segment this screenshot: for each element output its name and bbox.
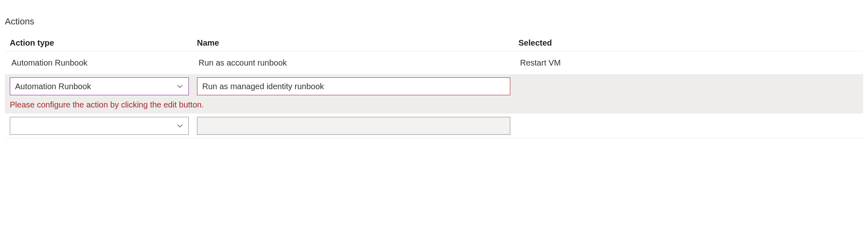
table-row: Automation Runbook	[5, 74, 863, 99]
chevron-down-icon	[176, 122, 184, 129]
row-selected: Restart VM	[518, 58, 858, 68]
action-type-dropdown[interactable]	[10, 117, 189, 135]
dropdown-value: Automation Runbook	[15, 82, 91, 91]
row-action-type: Automation Runbook	[10, 58, 197, 68]
section-title: Actions	[5, 16, 863, 27]
table-row	[5, 114, 863, 138]
header-name: Name	[197, 38, 518, 48]
error-message: Please configure the action by clicking …	[5, 99, 863, 114]
chevron-down-icon	[176, 83, 184, 90]
actions-table: Action type Name Selected Automation Run…	[5, 35, 863, 138]
table-row: Automation Runbook Run as account runboo…	[5, 51, 863, 74]
table-header: Action type Name Selected	[5, 35, 863, 51]
action-type-dropdown[interactable]: Automation Runbook	[10, 77, 189, 95]
name-input[interactable]	[197, 117, 510, 135]
row-name: Run as account runbook	[197, 58, 518, 68]
header-selected: Selected	[518, 38, 858, 48]
header-action-type: Action type	[10, 38, 197, 48]
name-input[interactable]	[197, 77, 510, 95]
